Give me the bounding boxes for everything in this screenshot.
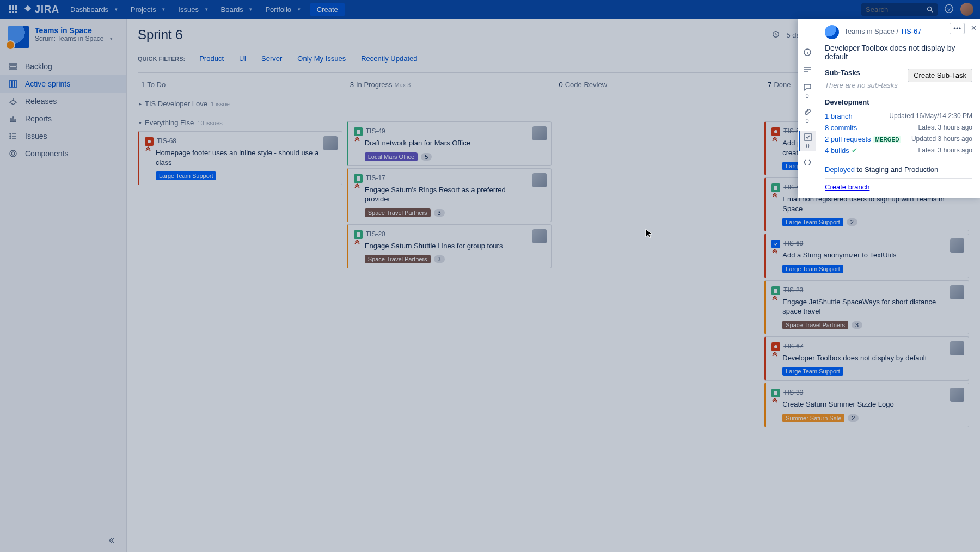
filter-server[interactable]: Server: [256, 52, 287, 65]
epic-label[interactable]: Space Travel Partners: [365, 255, 431, 263]
issue-type-icon: [771, 127, 780, 136]
app-switcher-icon[interactable]: [7, 3, 20, 16]
epic-label[interactable]: Large Team Support: [782, 218, 843, 226]
epic-label[interactable]: Space Travel Partners: [782, 321, 848, 329]
sidebar-item-label: Issues: [25, 132, 47, 140]
priority-icon: [771, 351, 779, 360]
panel-close-icon[interactable]: ✕: [971, 24, 977, 32]
estimate-badge: 5: [421, 153, 432, 161]
svg-rect-18: [15, 81, 17, 87]
rail-dev-icon[interactable]: [799, 156, 816, 169]
svg-rect-4: [12, 8, 14, 10]
nav-boards[interactable]: Boards: [216, 2, 258, 17]
issue-type-icon: [771, 183, 780, 192]
issue-card[interactable]: TIS-30 Create Saturn Summer Sizzle Logo …: [764, 383, 969, 427]
issue-card[interactable]: TIS-17 Engage Saturn's Rings Resort as a…: [347, 168, 552, 222]
sidebar-item-releases[interactable]: Releases: [0, 93, 126, 110]
project-avatar: [8, 26, 29, 48]
issue-key: TIS-69: [783, 240, 803, 247]
swimlane-everything-else[interactable]: Everything Else 10 issues: [138, 116, 342, 129]
epic-label[interactable]: Large Team Support: [782, 265, 843, 273]
column-code-review: 0Code Review: [556, 73, 761, 430]
sidebar: Teams in Space Scrum: Teams in Space Bac…: [0, 19, 127, 552]
nav-projects[interactable]: Projects: [125, 2, 171, 17]
filter-recent[interactable]: Recently Updated: [356, 52, 422, 65]
issue-key: TIS-23: [783, 286, 803, 294]
sidebar-item-backlog[interactable]: Backlog: [0, 58, 126, 75]
rail-details-icon[interactable]: [799, 46, 816, 59]
epic-label[interactable]: Local Mars Office: [365, 152, 418, 161]
commits-link[interactable]: 8 commits: [825, 124, 857, 132]
assignee-avatar: [950, 285, 964, 299]
issue-key: TIS-68: [157, 137, 176, 145]
issue-card[interactable]: TIS-23 Engage JetShuttle SpaceWays for s…: [764, 280, 969, 334]
filter-product[interactable]: Product: [194, 52, 229, 65]
no-subtasks-text: There are no sub-tasks: [825, 81, 972, 89]
priority-icon: [771, 295, 779, 304]
builds-link[interactable]: 4 builds: [825, 146, 849, 155]
svg-rect-0: [9, 5, 11, 8]
rail-comments-icon[interactable]: 0: [799, 81, 816, 101]
assignee-avatar: [532, 173, 547, 187]
epic-label[interactable]: Large Team Support: [782, 367, 843, 376]
issue-card[interactable]: TIS-67 Developer Toolbox does not displa…: [764, 336, 969, 381]
epic-label[interactable]: Large Team Support: [156, 171, 216, 180]
nav-issues[interactable]: Issues: [173, 2, 213, 17]
filter-ui[interactable]: UI: [234, 52, 252, 65]
component-icon: [8, 149, 19, 158]
svg-rect-22: [13, 117, 14, 122]
issue-card[interactable]: TIS-69 Add a String anonymizer to TextUt…: [764, 234, 969, 278]
branch-link[interactable]: 1 branch: [825, 112, 853, 120]
sidebar-item-label: Active sprints: [25, 79, 70, 88]
rail-description-icon[interactable]: [799, 63, 816, 76]
collapse-sidebar-icon[interactable]: [109, 536, 118, 547]
svg-rect-39: [774, 289, 777, 293]
issue-key-link[interactable]: TIS-67: [901, 27, 922, 35]
svg-rect-7: [12, 11, 14, 13]
user-avatar[interactable]: [960, 3, 973, 16]
sidebar-item-reports[interactable]: Reports: [0, 110, 126, 127]
nav-dashboards[interactable]: Dashboards: [65, 2, 123, 17]
page-title: Sprint 6: [138, 27, 772, 42]
svg-point-26: [10, 136, 11, 137]
issue-type-icon: [354, 174, 363, 183]
search-box[interactable]: [861, 3, 938, 16]
sidebar-item-active-sprints[interactable]: Active sprints: [0, 75, 126, 93]
sidebar-item-components[interactable]: Components: [0, 145, 126, 162]
project-name: Teams in Space: [35, 26, 113, 35]
priority-icon: [771, 248, 779, 257]
svg-rect-14: [10, 66, 16, 68]
rail-attachments-icon[interactable]: 0: [799, 106, 816, 126]
sidebar-item-issues[interactable]: Issues: [0, 127, 126, 145]
issue-card[interactable]: TIS-20 Engage Saturn Shuttle Lines for g…: [347, 224, 552, 269]
quick-filters-label: QUICK FILTERS:: [138, 56, 185, 62]
chart-icon: [8, 114, 19, 123]
nav-portfolio[interactable]: Portfolio: [260, 2, 305, 17]
project-type[interactable]: Scrum: Teams in Space: [35, 35, 113, 42]
issue-card[interactable]: TIS-49 Draft network plan for Mars Offic…: [347, 121, 552, 166]
create-subtask-button[interactable]: Create Sub-Task: [908, 69, 972, 82]
col-name: Done: [774, 81, 791, 89]
filter-my-issues[interactable]: Only My Issues: [292, 52, 351, 65]
svg-rect-17: [12, 81, 14, 87]
create-branch-link[interactable]: Create branch: [825, 183, 869, 191]
issue-type-icon: [354, 230, 363, 239]
create-button[interactable]: Create: [310, 3, 345, 16]
epic-label[interactable]: Summer Saturn Sale: [782, 414, 844, 422]
epic-label[interactable]: Space Travel Partners: [365, 208, 431, 217]
rail-subtasks-icon[interactable]: 0: [799, 131, 816, 151]
svg-rect-41: [774, 391, 777, 395]
issue-card[interactable]: TIS-68 Homepage footer uses an inline st…: [138, 131, 342, 185]
panel-more-button[interactable]: •••: [950, 23, 965, 34]
issue-type-icon: [354, 127, 363, 136]
pullrequests-link[interactable]: 2 pull requests: [825, 135, 871, 143]
search-input[interactable]: [866, 5, 922, 14]
jira-logo[interactable]: JIRA: [23, 4, 59, 15]
project-header[interactable]: Teams in Space Scrum: Teams in Space: [0, 26, 126, 56]
assignee-avatar: [532, 229, 547, 243]
deployed-link[interactable]: Deployed: [825, 165, 855, 174]
swimlane-developer-love[interactable]: TIS Developer Love 1 issue: [138, 97, 342, 110]
help-icon[interactable]: ?: [944, 4, 954, 15]
sidebar-item-label: Releases: [25, 97, 57, 106]
svg-point-40: [774, 345, 777, 348]
